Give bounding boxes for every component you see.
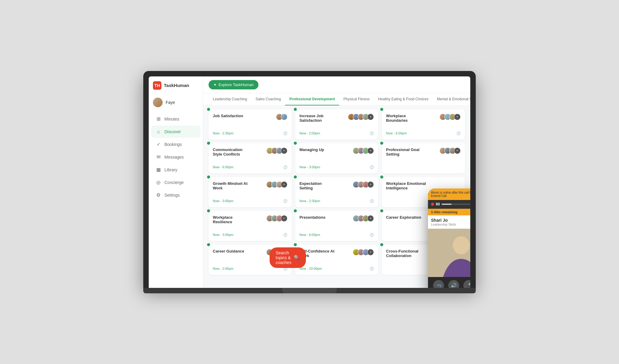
avatar-more: + — [367, 215, 374, 222]
avatar-more: + — [367, 181, 374, 188]
mic-button[interactable]: 🎤 — [463, 280, 470, 288]
tab-professional[interactable]: Professional Development — [285, 93, 339, 105]
sidebar-item-library[interactable]: ▦ Library — [151, 164, 200, 176]
phone-actions: 📹 🔊 🎤 📵 — [428, 277, 470, 288]
topic-card-14[interactable]: Self-Confidence At Work + Now - 10:00pm … — [295, 245, 378, 275]
progress-fill — [442, 204, 452, 205]
topic-time: Now - 2:30pm — [300, 199, 320, 203]
laptop-frame: TH TaskHuman Faye ⊞ Minutes ⌂ Discover — [143, 71, 476, 288]
clock-icon: 🕐 — [283, 233, 287, 237]
availability-dot — [207, 176, 210, 179]
topic-card-1[interactable]: Job Satisfaction Now - 2:30pm 🕐 — [209, 109, 292, 140]
caller-info: Shari Jo Leadership Skills — [428, 215, 470, 229]
sidebar-item-label: Discover — [164, 129, 181, 134]
avatar-more: + — [367, 114, 374, 120]
availability-dot — [207, 243, 210, 246]
sidebar-item-discover[interactable]: ⌂ Discover — [151, 126, 200, 138]
topic-card-4[interactable]: Communication Style Conflicts + Now - 6:… — [209, 143, 292, 173]
topic-card-11[interactable]: Presentations + Now - 6:00pm 🕐 — [295, 211, 378, 241]
logo-text: TaskHuman — [164, 83, 189, 88]
tab-sales[interactable]: Sales Coaching — [251, 93, 285, 105]
availability-dot — [380, 142, 383, 145]
topic-footer: Now - 10:00pm 🕐 — [300, 267, 374, 271]
clock-icon: 🕐 — [283, 131, 287, 135]
camera-button[interactable]: 📹 — [433, 280, 444, 288]
device-wrapper: TH TaskHuman Faye ⊞ Minutes ⌂ Discover — [143, 71, 476, 293]
topic-title: Workplace Boundaries — [386, 114, 439, 123]
avatar — [153, 98, 163, 107]
topic-time: Now - 3:00pm — [213, 199, 233, 203]
tab-fitness[interactable]: Physical Fitness — [339, 93, 374, 105]
coach-avatars: + — [439, 147, 461, 154]
tab-mental[interactable]: Mental & Emotional Support — [433, 93, 470, 105]
settings-icon: ⚙ — [155, 192, 161, 198]
coach-avatars — [276, 114, 287, 120]
topic-time: Now - 6:00pm — [300, 233, 320, 237]
topic-title: Communication Style Conflicts — [213, 147, 266, 156]
availability-dot — [294, 209, 297, 212]
explore-button[interactable]: ✦ Explore TaskHuman — [209, 80, 258, 89]
topic-time: Now - 10:00pm — [300, 267, 322, 270]
tab-leadership[interactable]: Leadership Coaching — [209, 93, 251, 105]
explore-label: Explore TaskHuman — [219, 82, 254, 87]
coach-avatars: + — [353, 181, 374, 188]
clock-icon: 🕐 — [370, 199, 374, 203]
header: ✦ Explore TaskHuman — [203, 76, 470, 93]
avatar-more: + — [281, 147, 287, 154]
topic-card-5[interactable]: Managing Up + Now - 3:00pm 🕐 — [295, 143, 378, 173]
topic-time: Now - 2:00pm — [300, 131, 320, 135]
topic-card-7[interactable]: Growth Mindset At Work + Now - 3:00pm 🕐 — [209, 177, 292, 207]
sidebar-item-minutes[interactable]: ⊞ Minutes — [151, 113, 200, 125]
avatar-more: + — [454, 114, 461, 120]
coach-avatars: + — [266, 181, 287, 188]
coach-avatars: + — [348, 114, 374, 120]
tab-eating[interactable]: Healthy Eating & Food Choices — [374, 93, 433, 105]
progress-track — [442, 204, 470, 205]
avatar-more: + — [454, 147, 461, 154]
library-icon: ▦ — [155, 167, 161, 173]
topic-title: Job Satisfaction — [213, 114, 276, 118]
topic-card-2[interactable]: Increase Job Satisfaction + Now - 2:00pm — [295, 109, 378, 140]
topic-title: Managing Up — [300, 147, 353, 152]
availability-dot — [207, 108, 210, 111]
availability-dot — [380, 176, 383, 179]
phone-overlay: Alexis is online after this call for upt… — [428, 188, 470, 288]
topic-card-10[interactable]: Workplace Resilience + Now - 3:00pm 🕐 — [209, 211, 292, 241]
timer-bar: 1:43m remaining — [428, 209, 470, 215]
topic-title: Career Guidance — [213, 249, 266, 253]
bookings-icon: ✓ — [155, 141, 161, 147]
coach-avatars: + — [266, 215, 287, 222]
availability-dot — [380, 209, 383, 212]
topic-title: Self-Confidence At Work — [300, 249, 353, 258]
sidebar-item-messages[interactable]: ✉ Messages — [151, 151, 200, 163]
availability-dot — [294, 243, 297, 246]
topic-card-3[interactable]: Workplace Boundaries + Now - 6:00pm 🕐 — [382, 109, 465, 140]
topic-card-6[interactable]: Professional Goal Setting + — [382, 143, 465, 173]
search-label: Search topics & coaches — [276, 250, 291, 265]
sidebar-item-label: Concierge — [164, 180, 184, 185]
avatar-more: + — [281, 215, 287, 222]
call-notification: Alexis is online after this call for upt… — [428, 188, 470, 200]
topic-title: Professional Goal Setting — [386, 147, 439, 156]
clock-icon: 🕐 — [456, 131, 461, 135]
coach-avatars: + — [266, 147, 287, 154]
topic-footer: Now - 3:00pm 🕐 — [213, 199, 287, 203]
topic-time: Now - 6:00pm — [386, 131, 407, 135]
sidebar-item-concierge[interactable]: ◎ Concierge — [151, 176, 200, 188]
avatar — [281, 114, 287, 120]
topic-footer: Now - 6:00pm 🕐 — [300, 233, 374, 237]
clock-icon: 🕐 — [370, 131, 374, 135]
coach-avatars: + — [353, 147, 374, 154]
messages-icon: ✉ — [155, 154, 161, 160]
availability-dot — [294, 108, 297, 111]
caller-video — [428, 229, 470, 277]
laptop-screen: TH TaskHuman Faye ⊞ Minutes ⌂ Discover — [149, 76, 470, 288]
topic-card-8[interactable]: Expectation Setting + Now - 2:30pm 🕐 — [295, 177, 378, 207]
search-bar[interactable]: Search topics & coaches 🔍 — [270, 247, 306, 268]
sidebar-item-bookings[interactable]: ✓ Bookings — [151, 138, 200, 150]
discover-icon: ⌂ — [155, 129, 161, 135]
sidebar-item-settings[interactable]: ⚙ Settings — [151, 189, 200, 201]
topic-footer: Now - 2:30pm 🕐 — [213, 131, 287, 135]
clock-icon: 🕐 — [283, 199, 287, 203]
speaker-button[interactable]: 🔊 — [448, 280, 459, 288]
